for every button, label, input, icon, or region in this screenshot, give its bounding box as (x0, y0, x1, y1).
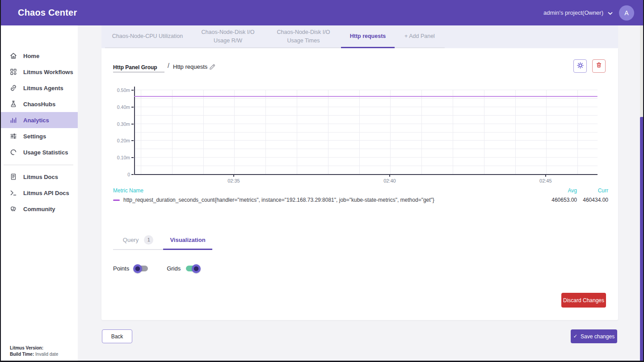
litmus-version-label: Litmus Version: (10, 345, 43, 350)
panel-group-name-input[interactable] (113, 62, 164, 72)
build-time-value: Invalid date (35, 352, 58, 357)
delete-panel-button[interactable] (592, 59, 606, 73)
sidebar-docs-nav: Litmus DocsLitmus API DocsCommunity (0, 169, 78, 217)
sidebar-item-label: Litmus Workflows (23, 69, 73, 75)
toggle-group-points: Points (113, 265, 148, 272)
toggle-grids[interactable] (186, 266, 199, 271)
gridline (203, 90, 204, 174)
y-tick-label: 0.30m (110, 121, 130, 127)
sidebar-item-label: Litmus Agents (23, 85, 63, 92)
litmus-docs-icon (9, 173, 17, 181)
metric-name: http_request_duration_seconds_count{hand… (123, 197, 434, 203)
query-count-badge: 1 (144, 235, 153, 245)
y-tick-mark (131, 157, 134, 158)
tab-query[interactable]: Query 1 (113, 229, 163, 250)
sidebar-item-label: Settings (23, 133, 46, 140)
settings-icon (9, 132, 17, 140)
gridline (421, 90, 422, 174)
gridline (515, 90, 516, 174)
version-info: Litmus Version: Build Time: Invalid date (10, 345, 58, 358)
gridline (359, 90, 360, 174)
trash-icon (595, 62, 602, 71)
gridline (577, 90, 578, 174)
panel-tab-chaos-node-disk-i-o-usage-r-w[interactable]: Chaos-Node-Disk I/O Usage R/W (190, 25, 266, 47)
avg-header: Avg (549, 187, 577, 194)
tab-visualization[interactable]: Visualization (163, 229, 212, 250)
y-tick-label: 0.50m (110, 87, 130, 93)
panel-tab-add-panel[interactable]: + Add Panel (395, 25, 445, 47)
breadcrumb-separator: / (168, 62, 169, 69)
x-tick-label: 02:40 (376, 178, 403, 183)
sidebar-item-litmus-docs[interactable]: Litmus Docs (0, 169, 78, 185)
y-tick-label: 0 (110, 172, 130, 177)
legend-row: http_request_duration_seconds_count{hand… (113, 197, 608, 203)
sidebar-item-litmus-agents[interactable]: Litmus Agents (0, 80, 78, 96)
y-axis-line (134, 87, 135, 175)
sidebar: HomeLitmus WorkflowsLitmus AgentsChaosHu… (0, 25, 78, 362)
panel-tabs: Chaos-Node-CPU UtilizationChaos-Node-Dis… (105, 25, 445, 48)
toggle-label: Grids (167, 265, 181, 272)
gridline (453, 90, 453, 174)
scrollbar-thumb[interactable] (640, 117, 644, 362)
y-tick-mark (131, 124, 134, 125)
gridline (390, 90, 391, 174)
chevron-down-icon (608, 9, 613, 17)
y-tick-mark (131, 174, 134, 175)
panel-tab-chaos-node-cpu-utilization[interactable]: Chaos-Node-CPU Utilization (105, 25, 190, 47)
sidebar-nav: HomeLitmus WorkflowsLitmus AgentsChaosHu… (0, 25, 78, 160)
sidebar-item-litmus-api-docs[interactable]: Litmus API Docs (0, 185, 78, 201)
chaoshubs-icon (9, 100, 17, 108)
x-tick-mark (233, 174, 234, 177)
avatar[interactable]: A (619, 5, 634, 21)
sidebar-item-label: Litmus API Docs (23, 190, 69, 196)
edit-panel-name-icon[interactable] (209, 63, 216, 71)
legend-header: Metric Name Avg Curr (113, 187, 608, 194)
sidebar-item-usage-statistics[interactable]: Usage Statistics (0, 144, 78, 160)
panel-tabbar: Chaos-Node-CPU UtilizationChaos-Node-Dis… (101, 25, 618, 48)
save-changes-button[interactable]: ✓ Save changes (571, 329, 617, 343)
usage-statistics-icon (9, 148, 17, 156)
scrollbar-track[interactable] (640, 25, 644, 362)
sidebar-item-litmus-workflows[interactable]: Litmus Workflows (0, 64, 78, 80)
sidebar-item-settings[interactable]: Settings (0, 128, 78, 144)
back-button[interactable]: Back (102, 329, 132, 343)
y-tick-label: 0.20m (110, 138, 130, 143)
app-title: Chaos Center (18, 8, 77, 18)
sidebar-item-label: Community (23, 206, 55, 212)
y-tick-mark (131, 90, 134, 91)
toggle-thumb (192, 264, 201, 273)
sidebar-item-chaoshubs[interactable]: ChaosHubs (0, 96, 78, 112)
panel-tab-http-requests[interactable]: Http requests (341, 25, 395, 47)
series-line-http-request-duration-seconds (134, 96, 598, 97)
avatar-letter: A (624, 9, 628, 17)
x-tick-mark (545, 174, 546, 177)
panel-settings-button[interactable] (573, 59, 587, 73)
toggle-points[interactable] (135, 266, 148, 271)
x-tick-label: 02:45 (532, 178, 559, 183)
panel-editor-card: / Http requests 0.50m0.40m0.30m0.20 (101, 48, 618, 320)
sidebar-item-label: Home (23, 53, 39, 59)
gridline (484, 90, 484, 174)
metric-name-header: Metric Name (113, 187, 143, 194)
community-icon (9, 205, 17, 213)
toggle-thumb (133, 264, 142, 273)
sidebar-item-analytics[interactable]: Analytics (0, 112, 78, 128)
gridline (234, 90, 235, 174)
gear-icon (577, 62, 584, 71)
home-icon (9, 52, 17, 60)
panel-tab-chaos-node-disk-i-o-usage-times[interactable]: Chaos-Node-Disk I/O Usage Times (266, 25, 341, 47)
discard-changes-button[interactable]: Discard Changes (561, 293, 606, 308)
project-name: admin's project(Owner) (543, 9, 603, 16)
editor-sub-tabs: Query 1 Visualization (113, 229, 212, 250)
check-icon: ✓ (573, 333, 577, 339)
gridline (546, 90, 547, 174)
y-tick-mark (131, 107, 134, 108)
x-tick-mark (389, 174, 390, 177)
project-selector[interactable]: admin's project(Owner) (543, 9, 613, 17)
y-tick-label: 0.40m (110, 104, 130, 110)
tab-visualization-label: Visualization (170, 237, 205, 243)
sidebar-item-community[interactable]: Community (0, 201, 78, 217)
sidebar-item-home[interactable]: Home (0, 48, 78, 64)
gridline (265, 90, 266, 174)
toggle-group-grids: Grids (167, 265, 199, 272)
